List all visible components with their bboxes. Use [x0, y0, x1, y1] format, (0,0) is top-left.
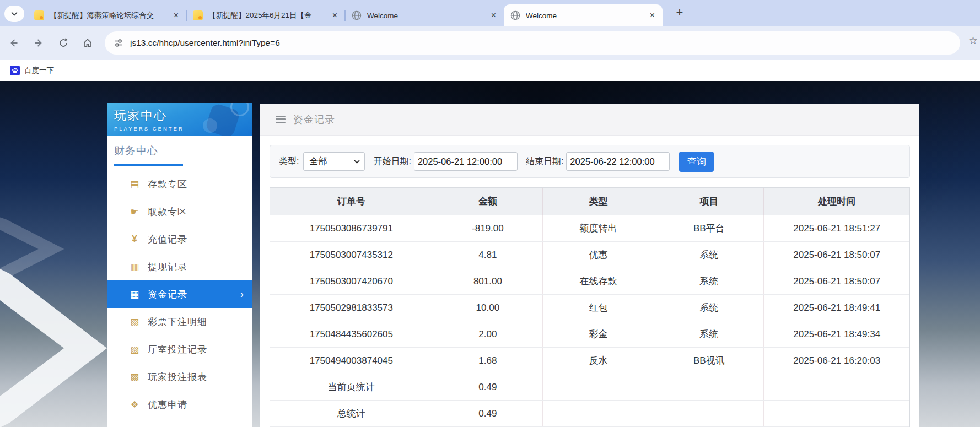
column-header-4: 处理时间: [763, 188, 909, 215]
back-button[interactable]: [4, 34, 23, 52]
home-button[interactable]: [78, 34, 97, 52]
search-button[interactable]: 查询: [679, 152, 714, 172]
menu-hamburger-icon[interactable]: [276, 116, 286, 123]
hall-bet-record-icon: ▨: [128, 344, 141, 355]
browser-toolbar: js13.cc/hhcp/usercenter.html?iniType=6 ☆: [0, 26, 980, 60]
globe-favicon: [510, 10, 520, 20]
table-row: 当前页统计 0.49: [270, 374, 909, 401]
cell-amount: 4.81: [433, 242, 543, 268]
end-date-label: 结束日期:: [526, 156, 563, 167]
select-caret-icon: [354, 160, 360, 164]
tab-close-icon[interactable]: ×: [648, 10, 657, 20]
sidebar-section-title: 财务中心: [114, 144, 245, 165]
cell-time: 2025-06-21 18:49:41: [763, 295, 909, 321]
tab-strip: 【新提醒】海燕策略论坛综合交 × 【新提醒】2025年6月21日【金 × Wel…: [0, 0, 980, 26]
cell-project: BB平台: [654, 215, 764, 241]
cell-project: 系统: [654, 295, 764, 321]
new-tab-button[interactable]: +: [671, 5, 688, 21]
bookmarks-bar: 百度一下: [0, 60, 980, 81]
cell-type: [542, 401, 654, 426]
end-date-input[interactable]: [566, 152, 670, 171]
table-row: 1750494003874045 1.68 反水 BB视讯 2025-06-21…: [270, 348, 909, 374]
cell-order-no: 1750502981833573: [270, 295, 433, 321]
address-bar[interactable]: js13.cc/hhcp/usercenter.html?iniType=6: [105, 31, 960, 55]
cell-project: 系统: [654, 268, 764, 294]
sidebar-nav: ▤ 存款专区 › ☛ 取款专区 › ¥ 充值记录 › ▥ 提现记录 › ▦ 资金…: [107, 170, 252, 418]
cell-amount: 0.49: [433, 374, 543, 400]
cell-order-no: 1750503007435312: [270, 242, 433, 268]
cell-amount: -819.00: [433, 215, 543, 241]
back-arrow-icon: [8, 37, 19, 48]
sidebar-item-4[interactable]: ▦ 资金记录 ›: [107, 280, 252, 308]
start-date-input[interactable]: [414, 152, 518, 171]
cell-order-no: 1750484435602605: [270, 321, 433, 347]
cell-time: [763, 401, 909, 426]
sidebar-item-3[interactable]: ▥ 提现记录 ›: [107, 253, 252, 280]
filter-bar: 类型: 全部 开始日期: 结束日期: 查询: [270, 145, 910, 178]
chevron-right-icon: ›: [240, 289, 244, 299]
cell-amount: 801.00: [433, 268, 543, 294]
tab-search-button[interactable]: [4, 6, 24, 22]
table-row: 总统计 0.49: [270, 401, 909, 427]
sidebar-title: 玩家中心: [114, 107, 252, 124]
bookmark-label: 百度一下: [24, 66, 54, 75]
browser-tab-1[interactable]: 【新提醒】2025年6月21日【金 ×: [186, 4, 345, 26]
sidebar-item-6[interactable]: ▨ 厅室投注记录 ›: [107, 336, 252, 363]
cell-time: 2025-06-21 18:49:34: [763, 321, 909, 347]
player-center-sidebar: 玩家中心 PLAYERS CENTER 财务中心 ▤ 存款专区 › ☛ 取款专区…: [107, 103, 252, 427]
bookmark-baidu[interactable]: 百度一下: [7, 63, 57, 78]
baidu-paw-icon: [10, 66, 20, 75]
sidebar-item-8[interactable]: ❖ 优惠申请 ›: [107, 391, 252, 418]
table-body: 1750503086739791 -819.00 额度转出 BB平台 2025-…: [270, 215, 909, 427]
cell-amount: 2.00: [433, 321, 543, 347]
recharge-moneybag-icon: ¥: [128, 234, 141, 245]
tab-close-icon[interactable]: ×: [489, 10, 498, 20]
background-chevron-shape: [0, 216, 66, 282]
sidebar-item-7[interactable]: ▩ 玩家投注报表 ›: [107, 363, 252, 391]
cell-time: [763, 374, 909, 400]
withdraw-hand-icon: ☛: [128, 206, 141, 218]
reload-button[interactable]: [54, 34, 73, 52]
cell-order-no: 1750503086739791: [270, 215, 433, 241]
table-row: 1750503086739791 -819.00 额度转出 BB平台 2025-…: [270, 215, 909, 242]
browser-tab-3[interactable]: Welcome ×: [504, 4, 663, 26]
sidebar-item-5[interactable]: ▧ 彩票下注明细 ›: [107, 308, 252, 336]
deposit-card-icon: ▤: [128, 179, 141, 190]
tab-close-icon[interactable]: ×: [330, 10, 340, 20]
funds-record-panel: 资金记录 类型: 全部 开始日期: 结束日期: 查询 订单号金额类型项目处理时间…: [260, 104, 919, 427]
bookmark-star-icon[interactable]: ☆: [968, 34, 978, 47]
site-settings-icon: [114, 38, 123, 48]
cell-time: 2025-06-21 18:50:07: [763, 242, 909, 268]
cell-time: 2025-06-21 18:51:27: [763, 215, 909, 241]
sidebar-banner: 玩家中心 PLAYERS CENTER: [107, 103, 252, 136]
forum-favicon: [193, 10, 203, 20]
cell-time: 2025-06-21 16:20:03: [763, 348, 909, 374]
cell-project: 系统: [654, 242, 764, 268]
sidebar-item-2[interactable]: ¥ 充值记录 ›: [107, 225, 252, 253]
withdraw-record-wallet-icon: ▥: [128, 261, 141, 273]
type-select[interactable]: 全部: [303, 152, 365, 171]
cell-type: 额度转出: [542, 215, 654, 241]
sidebar-item-0[interactable]: ▤ 存款专区 ›: [107, 170, 252, 198]
type-select-value: 全部: [309, 156, 354, 167]
browser-tab-0[interactable]: 【新提醒】海燕策略论坛综合交 ×: [28, 4, 186, 26]
type-label: 类型:: [279, 156, 299, 167]
column-header-0: 订单号: [270, 188, 433, 215]
cell-amount: 0.49: [433, 401, 543, 426]
cell-order-no: 当前页统计: [270, 374, 433, 400]
sidebar-item-1[interactable]: ☛ 取款专区 ›: [107, 198, 252, 225]
column-header-1: 金额: [433, 188, 543, 215]
table-header-row: 订单号金额类型项目处理时间: [270, 188, 909, 215]
lottery-bet-detail-icon: ▧: [128, 316, 141, 328]
cell-type: 彩金: [542, 321, 654, 347]
column-header-2: 类型: [542, 188, 654, 215]
cell-project: [654, 401, 764, 426]
cell-type: 在线存款: [542, 268, 654, 294]
globe-favicon: [352, 10, 362, 20]
funds-record-table: 订单号金额类型项目处理时间 1750503086739791 -819.00 额…: [270, 187, 910, 427]
table-row: 1750484435602605 2.00 彩金 系统 2025-06-21 1…: [270, 321, 909, 348]
browser-tab-2[interactable]: Welcome ×: [345, 4, 504, 26]
background-chevron-shape: [0, 266, 110, 427]
tab-close-icon[interactable]: ×: [171, 10, 181, 20]
forward-button[interactable]: [29, 34, 48, 52]
